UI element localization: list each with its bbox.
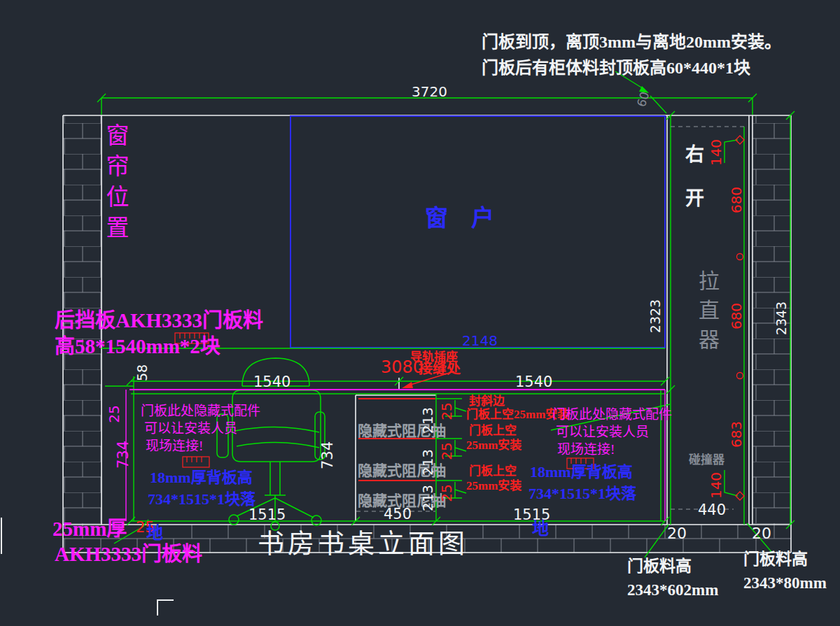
dim-25-gap-2: 25 bbox=[440, 442, 454, 460]
dim-25-gap-1: 25 bbox=[440, 402, 454, 420]
label-curtain-position: 窗帘位置 bbox=[104, 123, 127, 246]
drawing-title: 书房书桌立面图 bbox=[258, 530, 468, 557]
note-panel-height1-value: 2343*602mm bbox=[627, 582, 718, 598]
dim-25-left: 25 bbox=[107, 405, 121, 422]
note-door-install-line1: 门板到顶，离顶3mm与离地20mm安装。 bbox=[482, 34, 781, 50]
dim-683: 683 bbox=[729, 421, 743, 448]
comb-icon bbox=[183, 457, 209, 467]
note-fitting-left-3: 现场连接! bbox=[146, 439, 203, 453]
note-fitting-left-1: 门板此处隐藏式配件 bbox=[141, 404, 260, 418]
dim-right-height-2343: 2343 bbox=[775, 301, 788, 335]
note-fitting-right-2: 可以让安装人员 bbox=[556, 425, 649, 439]
dim-680-mid: 680 bbox=[729, 303, 743, 329]
note-gap-3a: 门板上空 bbox=[469, 465, 517, 477]
note-seal-edge: 封斜边 bbox=[469, 395, 505, 407]
dim-1540-right: 1540 bbox=[515, 375, 552, 390]
dim-440: 440 bbox=[698, 503, 726, 518]
dim-734-left: 734 bbox=[116, 441, 131, 469]
note-door-material: AKH3333门板料 bbox=[55, 544, 202, 564]
note-backboard-right-2: 734*1515*1块落 bbox=[528, 486, 636, 501]
dim-213-3: 213 bbox=[421, 485, 435, 511]
label-floor-left: 地 bbox=[146, 525, 163, 541]
note-rear-board-line1: 后挡板AKH3333门板料 bbox=[55, 311, 263, 331]
note-panel-height2-value: 2343*80mm bbox=[743, 575, 827, 591]
red-comb-icons bbox=[175, 333, 594, 469]
dim-window-width: 2148 bbox=[462, 334, 498, 348]
note-fitting-right-3: 现场连接! bbox=[557, 443, 615, 456]
dim-140-top: 140 bbox=[709, 139, 723, 166]
note-panel-height2-label: 门板料高 bbox=[743, 551, 808, 567]
dim-1515-left: 1515 bbox=[248, 508, 286, 522]
dim-213-1: 213 bbox=[421, 407, 435, 434]
note-fitting-left-2: 可以让安装人员 bbox=[144, 422, 237, 435]
dim-20-left: 20 bbox=[667, 526, 687, 541]
cad-drawing-canvas: 门板到顶，离顶3mm与离地20mm安装。 门板后有柜体料封顶板高60*440*1… bbox=[0, 0, 840, 626]
dim-140-bottom: 140 bbox=[709, 472, 723, 499]
note-panel-height1-label: 门板料高 bbox=[627, 558, 692, 574]
dim-213-2: 213 bbox=[421, 449, 435, 476]
note-gap-2a: 门板上空 bbox=[469, 425, 517, 436]
window-frame bbox=[290, 116, 665, 348]
note-gap-3b: 25mm安装 bbox=[466, 480, 522, 492]
note-backboard-right-1: 18mm厚背板高 bbox=[530, 464, 633, 480]
dim-58: 58 bbox=[136, 364, 149, 381]
dim-25-gap-3: 25 bbox=[440, 484, 454, 501]
note-fitting-right-1: 门板此处隐藏式配件 bbox=[552, 408, 672, 421]
dim-680-top: 680 bbox=[729, 187, 743, 213]
note-seam: 接缝处 bbox=[419, 362, 461, 376]
dim-20-right: 20 bbox=[752, 526, 771, 541]
note-gap-2b: 25mm安装 bbox=[466, 439, 522, 451]
dim-total-width: 3720 bbox=[412, 85, 447, 99]
note-door-install-line2: 门板后有柜体料封顶板高60*440*1块 bbox=[482, 59, 750, 76]
note-backboard-left-1: 18mm厚背板高 bbox=[150, 470, 253, 485]
label-bumper: 碰撞器 bbox=[689, 454, 724, 466]
note-backboard-left-2: 734*1515*1块落 bbox=[148, 492, 255, 507]
dim-1540-left: 1540 bbox=[253, 375, 290, 390]
label-floor-right: 地 bbox=[532, 520, 549, 537]
dim-cabinet-height-2323: 2323 bbox=[649, 299, 662, 333]
dim-3080: 3080 bbox=[381, 359, 424, 376]
label-window: 窗 户 bbox=[425, 207, 494, 230]
note-rear-board-line2: 高58*1540mm*2块 bbox=[55, 336, 220, 357]
leader-arrow-red bbox=[402, 382, 413, 388]
label-right-open: 右开 bbox=[683, 144, 702, 232]
label-straightener: 拉直器 bbox=[696, 270, 718, 358]
dim-734-mid: 734 bbox=[321, 441, 335, 469]
dim-450: 450 bbox=[384, 507, 412, 522]
note-thick-25mm: 25mm厚 bbox=[52, 519, 127, 539]
